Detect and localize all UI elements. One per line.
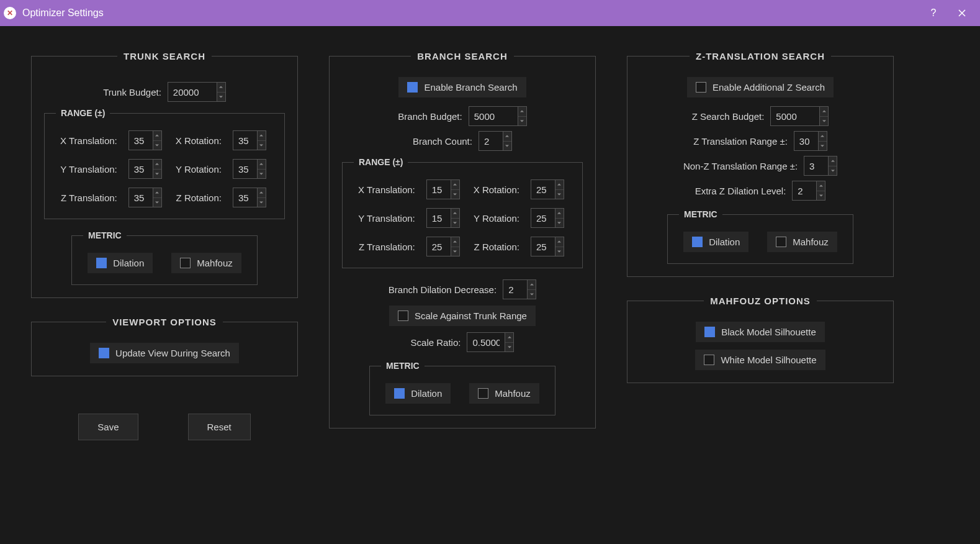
extra-z-dilation-input[interactable] bbox=[792, 181, 817, 201]
stepper-up[interactable] bbox=[153, 131, 161, 141]
checkbox-icon[interactable] bbox=[407, 82, 418, 93]
stepper-up[interactable] bbox=[258, 160, 266, 170]
update-view-checkbox[interactable]: Update View During Search bbox=[90, 343, 239, 363]
trunk-z-trans-input[interactable] bbox=[128, 188, 153, 207]
stepper-down[interactable] bbox=[555, 219, 564, 228]
stepper-down[interactable] bbox=[153, 198, 161, 207]
branch-x-trans-input[interactable] bbox=[426, 179, 451, 199]
branch-budget-stepper[interactable] bbox=[469, 106, 527, 126]
branch-metric-mahfouz[interactable]: Mahfouz bbox=[469, 383, 539, 404]
branch-count-input[interactable] bbox=[479, 131, 503, 151]
white-silhouette-checkbox[interactable]: White Model Silhouette bbox=[695, 350, 825, 370]
stepper-down[interactable] bbox=[258, 198, 266, 207]
trunk-y-trans-input[interactable] bbox=[128, 159, 153, 179]
stepper-up[interactable] bbox=[829, 156, 837, 166]
stepper-down[interactable] bbox=[153, 170, 161, 179]
checkbox-icon[interactable] bbox=[704, 355, 714, 365]
close-button[interactable] bbox=[948, 0, 976, 26]
branch-x-trans-stepper[interactable] bbox=[426, 179, 462, 199]
stepper-down[interactable] bbox=[829, 166, 837, 176]
stepper-up[interactable] bbox=[503, 132, 511, 142]
trunk-budget-input[interactable] bbox=[168, 82, 217, 102]
branch-x-rot-stepper[interactable] bbox=[531, 179, 567, 199]
trunk-x-trans-input[interactable] bbox=[128, 130, 153, 150]
branch-z-rot-input[interactable] bbox=[531, 237, 555, 256]
enable-z-search-checkbox[interactable]: Enable Additional Z Search bbox=[687, 77, 834, 97]
checkbox-icon[interactable] bbox=[394, 388, 405, 399]
checkbox-icon[interactable] bbox=[99, 348, 109, 358]
stepper-up[interactable] bbox=[819, 132, 827, 142]
trunk-z-rot-stepper[interactable] bbox=[233, 188, 269, 207]
stepper-up[interactable] bbox=[555, 209, 564, 219]
stepper-down[interactable] bbox=[258, 141, 266, 150]
branch-z-trans-stepper[interactable] bbox=[426, 237, 462, 256]
stepper-up[interactable] bbox=[451, 209, 459, 219]
trunk-z-trans-stepper[interactable] bbox=[128, 188, 164, 207]
z-metric-mahfouz[interactable]: Mahfouz bbox=[767, 232, 837, 252]
branch-y-rot-input[interactable] bbox=[531, 208, 555, 228]
checkbox-icon[interactable] bbox=[478, 388, 488, 399]
stepper-down[interactable] bbox=[820, 117, 828, 126]
stepper-up[interactable] bbox=[258, 131, 266, 141]
stepper-down[interactable] bbox=[451, 190, 459, 199]
stepper-up[interactable] bbox=[153, 160, 161, 170]
branch-y-trans-stepper[interactable] bbox=[426, 208, 462, 228]
checkbox-icon[interactable] bbox=[96, 258, 107, 268]
nonz-range-input[interactable] bbox=[804, 156, 829, 176]
checkbox-icon[interactable] bbox=[398, 311, 408, 321]
z-metric-dilation[interactable]: Dilation bbox=[683, 232, 748, 252]
trunk-budget-stepper[interactable] bbox=[168, 82, 226, 102]
stepper-up[interactable] bbox=[518, 107, 526, 117]
branch-dilation-dec-input[interactable] bbox=[503, 279, 528, 299]
stepper-down[interactable] bbox=[451, 219, 459, 228]
branch-z-rot-stepper[interactable] bbox=[531, 237, 567, 256]
stepper-down[interactable] bbox=[555, 247, 564, 256]
stepper-up[interactable] bbox=[820, 107, 828, 117]
trunk-y-trans-stepper[interactable] bbox=[128, 159, 164, 179]
enable-branch-checkbox[interactable]: Enable Branch Search bbox=[398, 77, 526, 97]
branch-x-rot-input[interactable] bbox=[531, 179, 555, 199]
save-button[interactable]: Save bbox=[78, 414, 138, 440]
stepper-down[interactable] bbox=[819, 142, 827, 151]
branch-y-rot-stepper[interactable] bbox=[531, 208, 567, 228]
branch-count-stepper[interactable] bbox=[479, 131, 512, 151]
stepper-down[interactable] bbox=[518, 117, 526, 126]
stepper-down[interactable] bbox=[817, 191, 825, 201]
stepper-up[interactable] bbox=[555, 237, 564, 247]
checkbox-icon[interactable] bbox=[696, 82, 706, 93]
branch-z-trans-input[interactable] bbox=[426, 237, 451, 256]
scale-ratio-input[interactable] bbox=[467, 332, 505, 352]
stepper-down[interactable] bbox=[555, 190, 564, 199]
scale-ratio-stepper[interactable] bbox=[467, 332, 514, 352]
stepper-up[interactable] bbox=[528, 280, 536, 290]
z-budget-input[interactable] bbox=[770, 106, 820, 126]
reset-button[interactable]: Reset bbox=[188, 414, 251, 440]
trunk-x-rot-input[interactable] bbox=[233, 130, 258, 150]
scale-against-trunk-checkbox[interactable]: Scale Against Trunk Range bbox=[389, 306, 536, 326]
trunk-metric-dilation[interactable]: Dilation bbox=[88, 253, 153, 273]
stepper-down[interactable] bbox=[528, 290, 536, 299]
stepper-up[interactable] bbox=[153, 188, 161, 198]
trunk-z-rot-input[interactable] bbox=[233, 188, 258, 207]
trunk-y-rot-input[interactable] bbox=[233, 159, 258, 179]
black-silhouette-checkbox[interactable]: Black Model Silhouette bbox=[696, 322, 825, 342]
stepper-down[interactable] bbox=[505, 343, 513, 352]
checkbox-icon[interactable] bbox=[776, 237, 786, 247]
nonz-range-stepper[interactable] bbox=[804, 156, 837, 176]
stepper-down[interactable] bbox=[503, 142, 511, 151]
trunk-metric-mahfouz[interactable]: Mahfouz bbox=[171, 253, 241, 273]
checkbox-icon[interactable] bbox=[692, 237, 703, 247]
stepper-down[interactable] bbox=[153, 141, 161, 150]
checkbox-icon[interactable] bbox=[180, 258, 191, 268]
stepper-up[interactable] bbox=[258, 188, 266, 198]
z-range-stepper[interactable] bbox=[794, 131, 827, 151]
checkbox-icon[interactable] bbox=[704, 327, 715, 337]
stepper-up[interactable] bbox=[451, 180, 459, 190]
z-budget-stepper[interactable] bbox=[770, 106, 829, 126]
trunk-x-rot-stepper[interactable] bbox=[233, 130, 269, 150]
stepper-up[interactable] bbox=[451, 237, 459, 247]
help-button[interactable]: ? bbox=[919, 0, 948, 26]
z-range-input[interactable] bbox=[794, 131, 819, 151]
extra-z-dilation-stepper[interactable] bbox=[792, 181, 825, 201]
stepper-up[interactable] bbox=[817, 181, 825, 191]
